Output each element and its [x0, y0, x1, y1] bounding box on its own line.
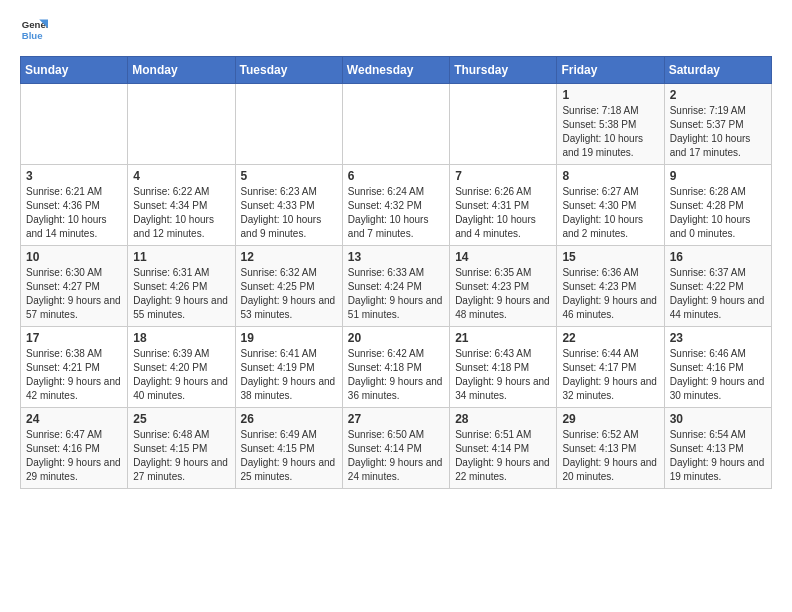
day-info: Sunrise: 6:33 AM Sunset: 4:24 PM Dayligh… — [348, 266, 444, 322]
day-info: Sunrise: 6:30 AM Sunset: 4:27 PM Dayligh… — [26, 266, 122, 322]
day-info: Sunrise: 6:54 AM Sunset: 4:13 PM Dayligh… — [670, 428, 766, 484]
day-number: 28 — [455, 412, 551, 426]
calendar-cell — [21, 84, 128, 165]
header-saturday: Saturday — [664, 57, 771, 84]
calendar-week-row: 17Sunrise: 6:38 AM Sunset: 4:21 PM Dayli… — [21, 327, 772, 408]
day-number: 13 — [348, 250, 444, 264]
calendar-cell: 1Sunrise: 7:18 AM Sunset: 5:38 PM Daylig… — [557, 84, 664, 165]
calendar-week-row: 10Sunrise: 6:30 AM Sunset: 4:27 PM Dayli… — [21, 246, 772, 327]
day-info: Sunrise: 6:28 AM Sunset: 4:28 PM Dayligh… — [670, 185, 766, 241]
day-info: Sunrise: 6:37 AM Sunset: 4:22 PM Dayligh… — [670, 266, 766, 322]
day-info: Sunrise: 6:31 AM Sunset: 4:26 PM Dayligh… — [133, 266, 229, 322]
day-number: 10 — [26, 250, 122, 264]
calendar-cell: 14Sunrise: 6:35 AM Sunset: 4:23 PM Dayli… — [450, 246, 557, 327]
day-number: 29 — [562, 412, 658, 426]
calendar-cell: 12Sunrise: 6:32 AM Sunset: 4:25 PM Dayli… — [235, 246, 342, 327]
calendar-cell: 19Sunrise: 6:41 AM Sunset: 4:19 PM Dayli… — [235, 327, 342, 408]
calendar-cell: 3Sunrise: 6:21 AM Sunset: 4:36 PM Daylig… — [21, 165, 128, 246]
calendar-cell: 16Sunrise: 6:37 AM Sunset: 4:22 PM Dayli… — [664, 246, 771, 327]
day-info: Sunrise: 6:42 AM Sunset: 4:18 PM Dayligh… — [348, 347, 444, 403]
calendar-cell: 27Sunrise: 6:50 AM Sunset: 4:14 PM Dayli… — [342, 408, 449, 489]
day-number: 2 — [670, 88, 766, 102]
header-sunday: Sunday — [21, 57, 128, 84]
svg-text:Blue: Blue — [22, 30, 43, 41]
day-number: 17 — [26, 331, 122, 345]
logo: General Blue — [20, 16, 48, 44]
day-number: 5 — [241, 169, 337, 183]
day-number: 19 — [241, 331, 337, 345]
day-info: Sunrise: 6:44 AM Sunset: 4:17 PM Dayligh… — [562, 347, 658, 403]
calendar-cell: 8Sunrise: 6:27 AM Sunset: 4:30 PM Daylig… — [557, 165, 664, 246]
day-info: Sunrise: 6:47 AM Sunset: 4:16 PM Dayligh… — [26, 428, 122, 484]
day-number: 23 — [670, 331, 766, 345]
calendar-cell: 26Sunrise: 6:49 AM Sunset: 4:15 PM Dayli… — [235, 408, 342, 489]
calendar-week-row: 1Sunrise: 7:18 AM Sunset: 5:38 PM Daylig… — [21, 84, 772, 165]
calendar-cell: 5Sunrise: 6:23 AM Sunset: 4:33 PM Daylig… — [235, 165, 342, 246]
day-number: 24 — [26, 412, 122, 426]
header-wednesday: Wednesday — [342, 57, 449, 84]
calendar-cell: 30Sunrise: 6:54 AM Sunset: 4:13 PM Dayli… — [664, 408, 771, 489]
day-info: Sunrise: 7:18 AM Sunset: 5:38 PM Dayligh… — [562, 104, 658, 160]
day-info: Sunrise: 6:23 AM Sunset: 4:33 PM Dayligh… — [241, 185, 337, 241]
calendar-cell: 11Sunrise: 6:31 AM Sunset: 4:26 PM Dayli… — [128, 246, 235, 327]
header-friday: Friday — [557, 57, 664, 84]
day-info: Sunrise: 6:27 AM Sunset: 4:30 PM Dayligh… — [562, 185, 658, 241]
day-number: 8 — [562, 169, 658, 183]
calendar-cell: 28Sunrise: 6:51 AM Sunset: 4:14 PM Dayli… — [450, 408, 557, 489]
day-number: 15 — [562, 250, 658, 264]
calendar-cell — [342, 84, 449, 165]
calendar-cell — [128, 84, 235, 165]
day-info: Sunrise: 6:36 AM Sunset: 4:23 PM Dayligh… — [562, 266, 658, 322]
calendar-cell — [450, 84, 557, 165]
day-number: 21 — [455, 331, 551, 345]
day-info: Sunrise: 6:39 AM Sunset: 4:20 PM Dayligh… — [133, 347, 229, 403]
calendar-cell: 2Sunrise: 7:19 AM Sunset: 5:37 PM Daylig… — [664, 84, 771, 165]
calendar-table: SundayMondayTuesdayWednesdayThursdayFrid… — [20, 56, 772, 489]
calendar-cell: 10Sunrise: 6:30 AM Sunset: 4:27 PM Dayli… — [21, 246, 128, 327]
calendar-cell: 4Sunrise: 6:22 AM Sunset: 4:34 PM Daylig… — [128, 165, 235, 246]
calendar-cell: 18Sunrise: 6:39 AM Sunset: 4:20 PM Dayli… — [128, 327, 235, 408]
calendar-header-row: SundayMondayTuesdayWednesdayThursdayFrid… — [21, 57, 772, 84]
day-number: 30 — [670, 412, 766, 426]
day-info: Sunrise: 7:19 AM Sunset: 5:37 PM Dayligh… — [670, 104, 766, 160]
calendar-cell: 21Sunrise: 6:43 AM Sunset: 4:18 PM Dayli… — [450, 327, 557, 408]
page-header: General Blue — [20, 16, 772, 44]
day-info: Sunrise: 6:32 AM Sunset: 4:25 PM Dayligh… — [241, 266, 337, 322]
calendar-cell: 29Sunrise: 6:52 AM Sunset: 4:13 PM Dayli… — [557, 408, 664, 489]
day-info: Sunrise: 6:22 AM Sunset: 4:34 PM Dayligh… — [133, 185, 229, 241]
calendar-cell: 6Sunrise: 6:24 AM Sunset: 4:32 PM Daylig… — [342, 165, 449, 246]
day-info: Sunrise: 6:35 AM Sunset: 4:23 PM Dayligh… — [455, 266, 551, 322]
calendar-cell: 9Sunrise: 6:28 AM Sunset: 4:28 PM Daylig… — [664, 165, 771, 246]
day-info: Sunrise: 6:51 AM Sunset: 4:14 PM Dayligh… — [455, 428, 551, 484]
day-number: 20 — [348, 331, 444, 345]
day-number: 11 — [133, 250, 229, 264]
day-number: 3 — [26, 169, 122, 183]
day-number: 7 — [455, 169, 551, 183]
day-info: Sunrise: 6:21 AM Sunset: 4:36 PM Dayligh… — [26, 185, 122, 241]
day-number: 25 — [133, 412, 229, 426]
calendar-cell — [235, 84, 342, 165]
day-info: Sunrise: 6:43 AM Sunset: 4:18 PM Dayligh… — [455, 347, 551, 403]
calendar-cell: 23Sunrise: 6:46 AM Sunset: 4:16 PM Dayli… — [664, 327, 771, 408]
day-number: 9 — [670, 169, 766, 183]
calendar-cell: 25Sunrise: 6:48 AM Sunset: 4:15 PM Dayli… — [128, 408, 235, 489]
day-number: 22 — [562, 331, 658, 345]
calendar-cell: 15Sunrise: 6:36 AM Sunset: 4:23 PM Dayli… — [557, 246, 664, 327]
day-info: Sunrise: 6:48 AM Sunset: 4:15 PM Dayligh… — [133, 428, 229, 484]
day-number: 4 — [133, 169, 229, 183]
calendar-cell: 13Sunrise: 6:33 AM Sunset: 4:24 PM Dayli… — [342, 246, 449, 327]
header-thursday: Thursday — [450, 57, 557, 84]
day-info: Sunrise: 6:41 AM Sunset: 4:19 PM Dayligh… — [241, 347, 337, 403]
logo-icon: General Blue — [20, 16, 48, 44]
header-tuesday: Tuesday — [235, 57, 342, 84]
day-number: 27 — [348, 412, 444, 426]
day-info: Sunrise: 6:49 AM Sunset: 4:15 PM Dayligh… — [241, 428, 337, 484]
calendar-cell: 20Sunrise: 6:42 AM Sunset: 4:18 PM Dayli… — [342, 327, 449, 408]
day-number: 18 — [133, 331, 229, 345]
calendar-week-row: 3Sunrise: 6:21 AM Sunset: 4:36 PM Daylig… — [21, 165, 772, 246]
day-info: Sunrise: 6:50 AM Sunset: 4:14 PM Dayligh… — [348, 428, 444, 484]
header-monday: Monday — [128, 57, 235, 84]
day-number: 26 — [241, 412, 337, 426]
day-number: 6 — [348, 169, 444, 183]
day-number: 12 — [241, 250, 337, 264]
